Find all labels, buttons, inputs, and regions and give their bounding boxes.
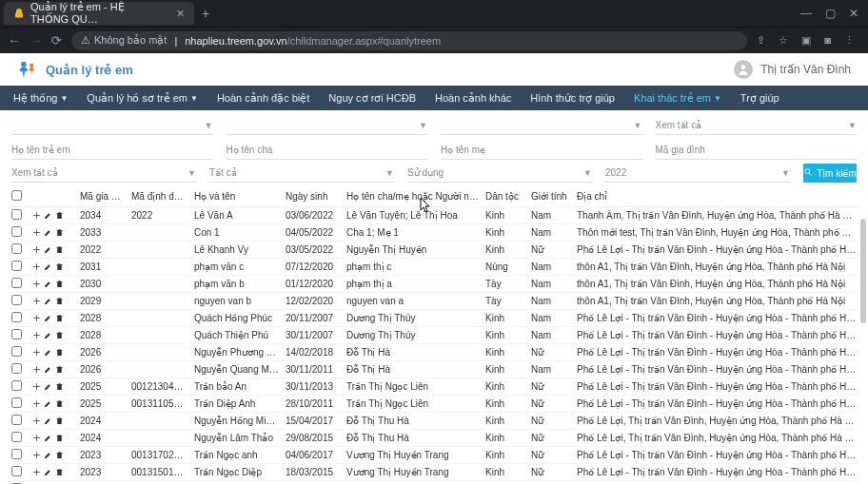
nav-forward-icon[interactable]: → [30,33,42,48]
filters2-field-0[interactable]: Họ tên trẻ em [11,141,213,160]
delete-icon[interactable] [55,211,64,220]
filters3-field-3[interactable]: 2022▼ [605,164,790,183]
add-icon[interactable] [32,416,41,425]
window-max-icon[interactable]: ▢ [825,7,836,20]
window-min-icon[interactable]: — [800,7,812,20]
tab-close-icon[interactable]: ✕ [176,8,185,20]
filters1-field-3[interactable]: Xem tất cả▼ [656,116,858,135]
delete-icon[interactable] [55,451,64,459]
delete-icon[interactable] [55,416,64,425]
share-icon[interactable]: ⇪ [757,34,765,47]
delete-icon[interactable] [55,365,64,374]
nav-item-4[interactable]: Hoàn cảnh khác [425,86,521,110]
filters3-field-0[interactable]: Xem tất cả▼ [11,164,196,183]
filters2-field-2[interactable]: Họ tên mẹ [441,141,642,160]
url-field[interactable]: ⚠ Không bảo mật | nhaplieu.treem.gov.vn/… [71,31,747,50]
window-close-icon[interactable]: ✕ [849,7,858,20]
delete-icon[interactable] [55,468,64,476]
delete-icon[interactable] [55,314,64,322]
row-checkbox[interactable] [11,363,22,374]
row-checkbox[interactable] [11,226,22,237]
row-checkbox[interactable] [11,278,22,288]
extension-icon[interactable]: ▣ [801,34,811,47]
filters1-field-2[interactable]: ▼ [441,116,642,135]
row-checkbox[interactable] [11,380,22,391]
add-icon[interactable] [32,211,41,220]
row-checkbox[interactable] [11,432,22,442]
edit-icon[interactable] [44,365,52,374]
add-icon[interactable] [32,331,41,339]
add-icon[interactable] [32,228,41,237]
delete-icon[interactable] [55,434,64,442]
delete-icon[interactable] [55,297,64,305]
delete-icon[interactable] [55,280,64,288]
row-checkbox[interactable] [11,209,22,220]
edit-icon[interactable] [44,245,52,254]
edit-icon[interactable] [44,348,52,357]
delete-icon[interactable] [55,331,64,339]
add-icon[interactable] [32,434,41,442]
select-all-checkbox[interactable] [11,190,22,201]
edit-icon[interactable] [44,297,52,305]
row-checkbox[interactable] [11,346,22,357]
add-icon[interactable] [32,365,41,374]
edit-icon[interactable] [44,416,52,425]
delete-icon[interactable] [55,399,64,408]
bookmark-icon[interactable]: ☆ [779,34,788,47]
row-checkbox[interactable] [11,261,22,271]
add-icon[interactable] [32,348,41,357]
row-checkbox[interactable] [11,397,22,408]
filters1-field-1[interactable]: ▼ [227,116,428,135]
add-icon[interactable] [32,314,41,322]
filters3-field-2[interactable]: Sử dụng▼ [407,164,592,183]
add-icon[interactable] [32,245,41,254]
new-tab-button[interactable]: + [194,6,217,21]
add-icon[interactable] [32,262,41,271]
edit-icon[interactable] [44,331,52,339]
filters2-field-1[interactable]: Họ tên cha [227,141,428,160]
user-area[interactable]: Thị trấn Vân Đình [734,60,858,79]
delete-icon[interactable] [55,245,64,254]
edit-icon[interactable] [44,314,52,322]
delete-icon[interactable] [55,228,64,237]
row-checkbox[interactable] [11,329,22,339]
profile-icon[interactable]: ◙ [824,34,831,47]
nav-item-5[interactable]: Hình thức trợ giúp [521,86,624,110]
edit-icon[interactable] [44,399,52,408]
edit-icon[interactable] [44,468,52,476]
add-icon[interactable] [32,451,41,459]
scrollbar-thumb[interactable] [860,219,866,323]
filters2-field-3[interactable]: Mã gia đình [656,141,858,160]
edit-icon[interactable] [44,434,52,442]
edit-icon[interactable] [44,382,52,391]
nav-item-6[interactable]: Khai thác trẻ em▼ [624,86,731,110]
row-checkbox[interactable] [11,415,22,425]
search-button[interactable]: Tìm kiếm [803,164,857,183]
nav-item-7[interactable]: Trợ giúp [731,86,789,110]
delete-icon[interactable] [55,382,64,391]
add-icon[interactable] [32,399,41,408]
delete-icon[interactable] [55,262,64,271]
nav-item-2[interactable]: Hoàn cảnh đặc biệt [207,86,319,110]
edit-icon[interactable] [44,262,52,271]
filters3-field-1[interactable]: Tất cả▼ [209,164,394,183]
browser-tab[interactable]: Quản lý trẻ em - HỆ THỐNG QU… ✕ [4,2,194,25]
add-icon[interactable] [32,280,41,288]
row-checkbox[interactable] [11,466,22,476]
add-icon[interactable] [32,468,41,476]
nav-item-0[interactable]: Hệ thống▼ [4,86,77,110]
edit-icon[interactable] [44,211,52,220]
delete-icon[interactable] [55,348,64,357]
menu-icon[interactable]: ⋮ [844,34,855,47]
edit-icon[interactable] [44,280,52,288]
nav-item-1[interactable]: Quản lý hồ sơ trẻ em▼ [77,86,207,110]
row-checkbox[interactable] [11,243,22,254]
row-checkbox[interactable] [11,312,22,322]
add-icon[interactable] [32,297,41,305]
add-icon[interactable] [32,382,41,391]
nav-reload-icon[interactable]: ⟳ [51,33,62,48]
filters1-field-0[interactable]: ▼ [11,116,213,135]
edit-icon[interactable] [44,451,52,459]
nav-back-icon[interactable]: ← [8,33,20,48]
row-checkbox[interactable] [11,449,22,459]
